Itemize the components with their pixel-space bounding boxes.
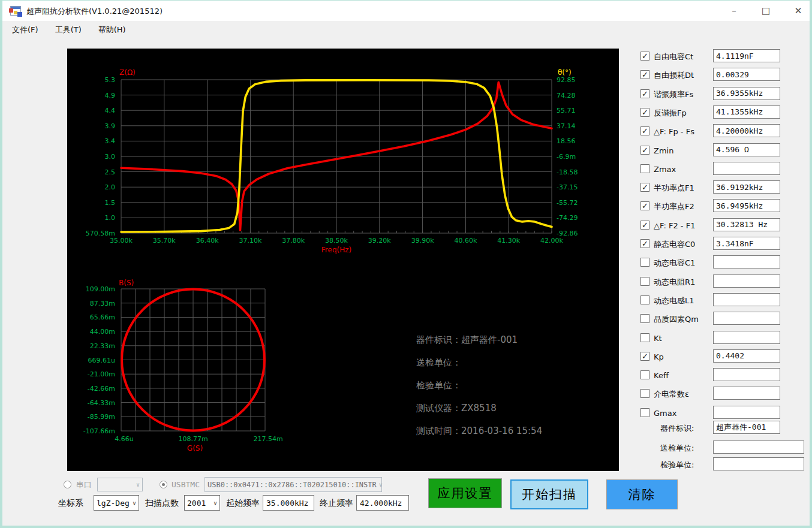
svg-text:36.40k: 36.40k <box>196 237 219 245</box>
result-checkbox-9[interactable]: ✓ <box>640 221 649 230</box>
clear-button[interactable]: 清除 <box>606 479 678 509</box>
sweep-points-select[interactable]: 2001∨ <box>184 495 220 511</box>
result-value-5[interactable] <box>713 143 780 156</box>
result-value-19[interactable] <box>713 406 780 419</box>
result-checkbox-12[interactable] <box>640 277 649 286</box>
chevron-down-icon: ∨ <box>134 481 140 488</box>
svg-text:87.33m: 87.33m <box>90 300 115 307</box>
result-label-8: 半功率点F2 <box>654 200 694 213</box>
info-inspector: 检验单位： <box>416 378 542 401</box>
svg-text:-42.66m: -42.66m <box>88 385 115 393</box>
svg-text:4.4: 4.4 <box>105 107 116 114</box>
svg-text:40.60k: 40.60k <box>454 237 477 245</box>
svg-text:4.66u: 4.66u <box>115 435 133 443</box>
menu-help[interactable]: 帮助(H) <box>91 22 133 38</box>
result-checkbox-0[interactable]: ✓ <box>640 52 649 61</box>
info-test-time: 测试时间：2016-03-16 15:54 <box>416 424 542 446</box>
result-value-14[interactable] <box>713 312 780 325</box>
svg-text:39.90k: 39.90k <box>411 237 434 245</box>
result-checkbox-8[interactable]: ✓ <box>640 201 649 210</box>
result-checkbox-11[interactable] <box>640 258 649 267</box>
id-field-input-2[interactable] <box>713 457 804 470</box>
sweep-points-value: 2001 <box>187 499 206 508</box>
result-value-1[interactable] <box>713 68 780 81</box>
result-checkbox-4[interactable]: ✓ <box>640 126 649 135</box>
result-checkbox-2[interactable]: ✓ <box>640 89 649 98</box>
svg-text:1.0: 1.0 <box>105 214 116 222</box>
result-checkbox-16[interactable]: ✓ <box>640 352 649 361</box>
minimize-button[interactable]: – <box>724 4 744 18</box>
info-device-id: 器件标识：超声器件-001 <box>416 333 542 355</box>
result-label-0: 自由电容Ct <box>654 50 693 63</box>
result-checkbox-5[interactable]: ✓ <box>640 146 649 155</box>
result-checkbox-19[interactable] <box>640 408 649 417</box>
id-field-label-0: 器件标识: <box>660 422 694 435</box>
result-value-15[interactable] <box>713 331 780 344</box>
result-value-11[interactable] <box>713 255 780 268</box>
maximize-button[interactable]: □ <box>756 4 776 18</box>
result-value-7[interactable] <box>713 180 780 194</box>
result-checkbox-15[interactable] <box>640 333 649 342</box>
svg-text:G(S): G(S) <box>187 444 203 452</box>
window-title: 超声阻抗分析软件(V1.0.21@201512) <box>26 6 163 17</box>
svg-text:18.56: 18.56 <box>557 137 576 145</box>
result-label-13: 动态电感L1 <box>654 294 694 307</box>
svg-text:669.61u: 669.61u <box>88 357 115 364</box>
device-info-block: 器件标识：超声器件-001 送检单位： 检验单位： 测试仪器：ZX8518 测试… <box>416 333 542 446</box>
result-label-3: 反谐振Fp <box>654 107 687 119</box>
result-value-13[interactable] <box>713 293 780 306</box>
result-label-4: △F: Fp - Fs <box>654 125 694 138</box>
result-checkbox-14[interactable] <box>640 314 649 323</box>
svg-text:θ(°): θ(°) <box>558 68 572 77</box>
result-value-6[interactable] <box>713 162 780 175</box>
result-checkbox-10[interactable]: ✓ <box>640 239 649 248</box>
result-checkbox-1[interactable]: ✓ <box>640 70 649 79</box>
serial-radio[interactable] <box>64 481 71 488</box>
result-value-12[interactable] <box>713 274 780 288</box>
result-value-9[interactable] <box>713 218 780 231</box>
title-bar: 超声阻抗分析软件(V1.0.21@201512) – □ ✕ <box>2 1 810 21</box>
result-value-4[interactable] <box>713 124 780 137</box>
usbtmc-address-select[interactable]: USB0::0x0471::0x2786::T020215010::INSTR∨ <box>204 477 382 492</box>
result-value-3[interactable] <box>713 105 780 119</box>
chevron-down-icon: ∨ <box>211 500 217 506</box>
svg-text:B(S): B(S) <box>119 279 134 287</box>
result-checkbox-13[interactable] <box>640 295 649 304</box>
result-value-0[interactable] <box>713 49 780 62</box>
info-instrument: 测试仪器：ZX8518 <box>416 401 542 424</box>
result-value-16[interactable] <box>713 349 780 363</box>
close-button[interactable]: ✕ <box>788 4 808 18</box>
result-label-14: 品质因素Qm <box>654 313 699 325</box>
menu-file[interactable]: 文件(F) <box>5 22 46 38</box>
result-label-10: 静态电容C0 <box>654 238 695 251</box>
menu-tools[interactable]: 工具(T) <box>48 22 89 38</box>
chevron-down-icon: ∨ <box>377 481 383 488</box>
result-checkbox-6[interactable] <box>640 164 649 173</box>
id-field-input-1[interactable] <box>713 440 804 454</box>
result-checkbox-7[interactable]: ✓ <box>640 183 649 192</box>
serial-port-select[interactable]: ∨ <box>97 478 143 491</box>
result-checkbox-3[interactable]: ✓ <box>640 108 649 117</box>
svg-text:-21.00m: -21.00m <box>88 370 115 378</box>
result-checkbox-17[interactable] <box>640 370 649 379</box>
id-field-input-0[interactable] <box>713 421 780 434</box>
usbtmc-radio[interactable] <box>160 481 167 488</box>
start-freq-input[interactable] <box>263 495 314 511</box>
result-value-17[interactable] <box>713 368 780 381</box>
result-checkbox-18[interactable] <box>640 389 649 398</box>
svg-text:2.0: 2.0 <box>105 183 116 191</box>
result-label-6: Zmax <box>654 163 676 176</box>
coord-system-select[interactable]: lgZ-Deg∨ <box>94 495 139 511</box>
stop-freq-input[interactable] <box>356 495 409 511</box>
result-label-7: 半功率点F1 <box>654 182 694 194</box>
result-value-18[interactable] <box>713 387 780 400</box>
svg-text:55.71: 55.71 <box>557 107 576 114</box>
svg-text:35.70k: 35.70k <box>153 237 176 245</box>
svg-text:-18.58: -18.58 <box>557 168 578 176</box>
result-value-10[interactable] <box>713 237 780 250</box>
apply-settings-button[interactable]: 应用设置 <box>428 478 502 508</box>
start-scan-button[interactable]: 开始扫描 <box>510 479 588 509</box>
usbtmc-address-value: USB0::0x0471::0x2786::T020215010::INSTR <box>207 481 377 489</box>
result-value-2[interactable] <box>713 87 780 100</box>
result-value-8[interactable] <box>713 199 780 212</box>
